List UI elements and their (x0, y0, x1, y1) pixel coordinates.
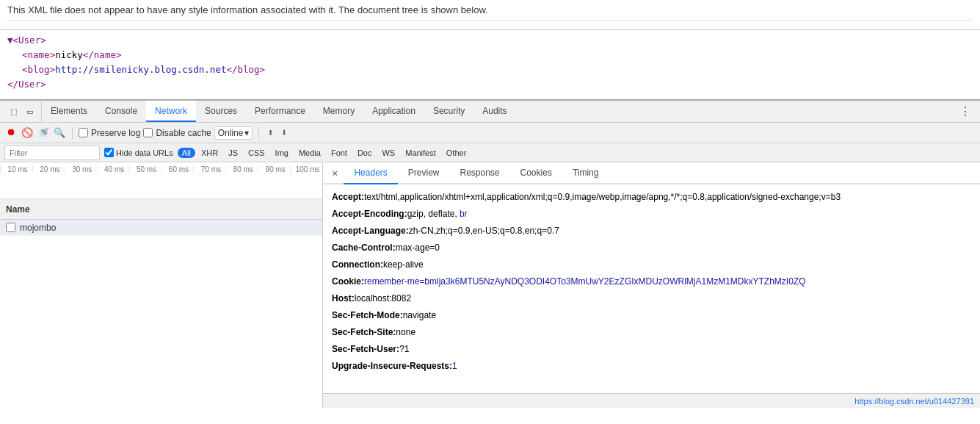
preserve-log-label[interactable]: Preserve log (79, 128, 140, 138)
header-accept-language: Accept-Language: zh-CN,zh;q=0.9,en-US;q=… (332, 224, 971, 237)
detail-tab-preview[interactable]: Preview (398, 162, 450, 184)
preserve-log-checkbox[interactable] (79, 128, 88, 137)
xml-line-2: <name>nicky</name> (7, 48, 973, 62)
timeline-label-30: 30 ms (65, 165, 97, 173)
xml-notice-text: This XML file does not appear to have an… (7, 4, 973, 21)
tab-performance[interactable]: Performance (246, 101, 314, 122)
toolbar-sep-1 (72, 127, 73, 139)
xml-notice-area: This XML file does not appear to have an… (0, 0, 980, 30)
detail-tab-headers[interactable]: Headers (344, 162, 397, 184)
timeline: 10 ms 20 ms 30 ms 40 ms 50 ms 60 ms 70 m… (0, 162, 322, 199)
devtools-tab-bar: ⬚ ▭ Elements Console Network Sources Per… (0, 101, 980, 123)
clear-button[interactable]: 🚿 (37, 126, 50, 140)
tab-network[interactable]: Network (146, 101, 196, 122)
filter-type-img[interactable]: Img (271, 148, 293, 158)
hide-data-urls-checkbox[interactable] (104, 148, 114, 157)
tab-sources[interactable]: Sources (196, 101, 246, 122)
header-host: Host: localhost:8082 (332, 292, 971, 305)
dropdown-arrow: ▾ (244, 128, 249, 138)
device-icon[interactable]: ▭ (23, 105, 37, 118)
main-area: 10 ms 20 ms 30 ms 40 ms 50 ms 60 ms 70 m… (0, 162, 980, 408)
detail-tabs: ✕ Headers Preview Response Cookies Timin… (323, 162, 980, 184)
filter-type-other[interactable]: Other (442, 148, 471, 158)
xml-line-4: </User> (7, 77, 973, 92)
filter-type-manifest[interactable]: Manifest (401, 148, 440, 158)
timeline-label-100: 100 ms (290, 165, 322, 173)
detail-tab-response[interactable]: Response (449, 162, 509, 184)
export-har-button[interactable]: ⬇ (279, 126, 289, 139)
more-tabs-icon[interactable]: ⋮ (954, 104, 977, 119)
filter-type-css[interactable]: CSS (244, 148, 269, 158)
right-panel: ✕ Headers Preview Response Cookies Timin… (323, 162, 980, 408)
hide-data-urls-checkbox-group[interactable]: Hide data URLs (104, 148, 173, 157)
xml-content: ▼<User> <name>nicky</name> <blog>http://… (0, 30, 980, 99)
detail-tab-timing[interactable]: Timing (562, 162, 609, 184)
timeline-label-40: 40 ms (97, 165, 129, 173)
devtools-panel: ⬚ ▭ Elements Console Network Sources Per… (0, 99, 980, 408)
filter-type-media[interactable]: Media (294, 148, 325, 158)
filter-type-doc[interactable]: Doc (353, 148, 377, 158)
timeline-label-60: 60 ms (161, 165, 194, 173)
timeline-label-50: 50 ms (129, 165, 161, 173)
header-cookie: Cookie: remember-me=bmlja3k6MTU5NzAyNDQ3… (332, 275, 971, 288)
filter-input[interactable] (4, 145, 100, 160)
timeline-label-20: 20 ms (32, 165, 65, 173)
filter-bar: Hide data URLs All XHR JS CSS Img Media … (0, 143, 980, 162)
tab-audits[interactable]: Audits (473, 101, 515, 122)
disable-cache-checkbox[interactable] (143, 128, 153, 137)
header-upgrade-insecure: Upgrade-Insecure-Requests: 1 (332, 359, 971, 373)
disable-cache-label[interactable]: Disable cache (143, 128, 211, 138)
header-connection: Connection: keep-alive (332, 258, 971, 271)
detail-tab-cookies[interactable]: Cookies (510, 162, 562, 184)
search-button[interactable]: 🔍 (53, 126, 66, 140)
tab-icon-group: ⬚ ▭ (3, 101, 42, 122)
toolbar-sep-2 (258, 127, 259, 139)
filter-type-xhr[interactable]: XHR (197, 148, 222, 158)
file-checkbox-mojombo[interactable] (6, 223, 15, 232)
bottom-url-text[interactable]: https://blog.csdn.net/u014427391 (854, 397, 974, 406)
stop-record-button[interactable]: 🚫 (21, 126, 34, 140)
header-cache-control: Cache-Control: max-age=0 (332, 241, 971, 254)
header-sec-fetch-mode: Sec-Fetch-Mode: navigate (332, 309, 971, 322)
left-panel: 10 ms 20 ms 30 ms 40 ms 50 ms 60 ms 70 m… (0, 162, 323, 408)
file-list: mojombo (0, 220, 322, 408)
filter-type-font[interactable]: Font (327, 148, 352, 158)
record-button[interactable]: ⏺ (4, 126, 18, 140)
timeline-labels: 10 ms 20 ms 30 ms 40 ms 50 ms 60 ms 70 m… (0, 162, 322, 198)
timeline-label-80: 80 ms (225, 165, 258, 173)
inspect-icon[interactable]: ⬚ (7, 105, 21, 118)
filter-type-js[interactable]: JS (224, 148, 242, 158)
network-toolbar: ⏺ 🚫 🚿 🔍 Preserve log Disable cache Onlin… (0, 123, 980, 143)
tab-elements[interactable]: Elements (42, 101, 96, 122)
file-item-mojombo[interactable]: mojombo (0, 220, 322, 236)
devtools-tabs: Elements Console Network Sources Perform… (42, 101, 954, 122)
tab-memory[interactable]: Memory (314, 101, 363, 122)
bottom-url-bar: https://blog.csdn.net/u014427391 (323, 393, 980, 408)
timeline-label-10: 10 ms (0, 165, 32, 173)
timeline-label-90: 90 ms (258, 165, 290, 173)
import-har-button[interactable]: ⬆ (265, 126, 275, 139)
tab-security[interactable]: Security (424, 101, 473, 122)
timeline-label-70: 70 ms (193, 165, 225, 173)
tab-application[interactable]: Application (363, 101, 424, 122)
header-sec-fetch-user: Sec-Fetch-User: ?1 (332, 342, 971, 356)
xml-line-3: <blog>http://smilenicky.blog.csdn.net</b… (7, 62, 973, 77)
header-sec-fetch-site: Sec-Fetch-Site: none (332, 326, 971, 339)
headers-content: Accept: text/html,application/xhtml+xml,… (323, 184, 980, 393)
filter-type-buttons: All XHR JS CSS Img Media Font Doc WS Man… (178, 148, 471, 158)
close-detail-button[interactable]: ✕ (326, 162, 344, 183)
filter-type-ws[interactable]: WS (377, 148, 399, 158)
header-accept: Accept: text/html,application/xhtml+xml,… (332, 190, 971, 204)
header-accept-encoding: Accept-Encoding: gzip, deflate, br (332, 207, 971, 220)
tab-console[interactable]: Console (96, 101, 146, 122)
throttle-dropdown[interactable]: Online ▾ (214, 126, 253, 140)
xml-line-1: ▼<User> (7, 33, 973, 48)
name-column-header: Name (0, 199, 322, 220)
filter-type-all[interactable]: All (178, 148, 195, 158)
